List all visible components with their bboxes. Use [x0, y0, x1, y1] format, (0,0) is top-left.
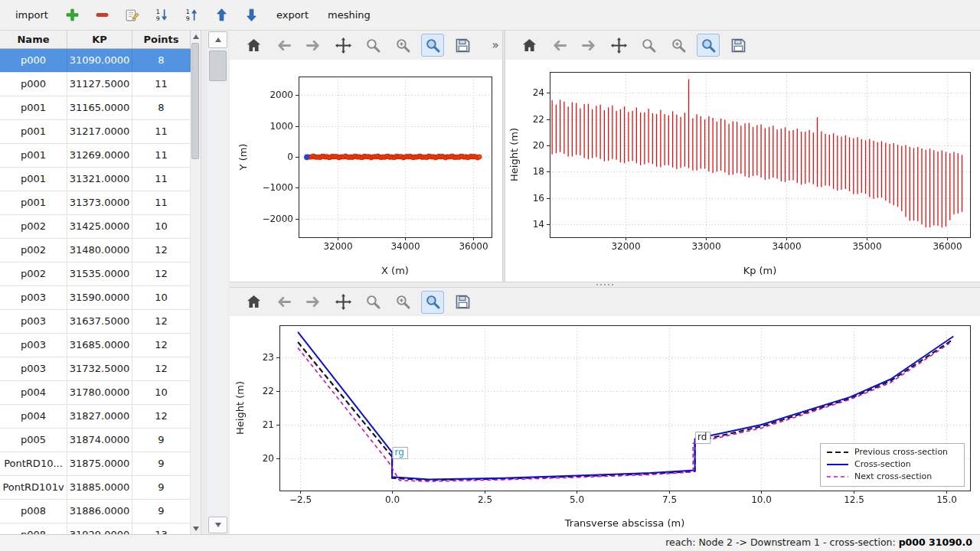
sort-descending-button[interactable]: 19	[152, 5, 172, 26]
save-icon	[454, 37, 472, 54]
table-row[interactable]: p00231480.000012	[0, 239, 191, 262]
plan-pan-button[interactable]	[332, 34, 354, 57]
subplots-icon	[670, 37, 688, 54]
table-cell: 12	[132, 239, 191, 262]
plan-customize-button[interactable]	[421, 34, 444, 57]
column-header-kp[interactable]: KP	[67, 31, 132, 48]
table-cell: 31886.0000	[67, 500, 132, 523]
cross-section-pan-button[interactable]	[332, 291, 354, 314]
table-row[interactable]: p00231535.000012	[0, 262, 191, 286]
sort-ascending-button[interactable]: 19	[182, 5, 202, 26]
panel-scroll-down-button[interactable]	[208, 517, 227, 533]
cross-section-customize-button[interactable]	[421, 291, 444, 314]
pan-icon	[335, 37, 352, 54]
longitudinal-profile-canvas[interactable]	[505, 60, 980, 282]
plan-view-canvas[interactable]	[230, 60, 501, 282]
table-row[interactable]: p00531874.00009	[0, 429, 191, 452]
profile-subplots-button[interactable]	[667, 34, 690, 57]
table-cell: p003	[0, 357, 67, 380]
cross-section-subplots-button[interactable]	[391, 291, 414, 314]
profile-pan-button[interactable]	[607, 34, 630, 57]
table-row[interactable]: p00131321.000011	[0, 168, 191, 191]
status-bar: reach: Node 2 -> Downstream 1 - cross-se…	[0, 534, 980, 551]
table-cell: 13	[132, 523, 191, 534]
plan-home-button[interactable]	[242, 34, 265, 57]
plan-save-button[interactable]	[451, 34, 474, 57]
plan-subplots-button[interactable]	[391, 34, 414, 57]
cross-section-canvas[interactable]	[230, 316, 976, 534]
table-row[interactable]: p00331732.500012	[0, 357, 191, 381]
cross-section-forward-button[interactable]	[302, 291, 325, 314]
table-cell: 31929.0000	[67, 523, 132, 534]
profile-save-button[interactable]	[727, 34, 750, 57]
table-cell: p003	[0, 310, 67, 333]
table-cell: 12	[132, 310, 191, 333]
table-row[interactable]: p00331590.000010	[0, 286, 191, 310]
panel-scrollbar-thumb[interactable]	[209, 51, 227, 81]
cross-section-zoom-button[interactable]	[361, 291, 384, 314]
table-cell: 11	[132, 168, 191, 191]
table-cell: 31827.0000	[67, 405, 132, 428]
move-down-button[interactable]	[242, 5, 262, 26]
export-button[interactable]: export	[272, 5, 313, 26]
panel-scroll-up-button[interactable]	[208, 31, 227, 48]
cross-section-back-button[interactable]	[272, 291, 295, 314]
table-row[interactable]: p00431780.000010	[0, 381, 191, 405]
table-cell: 31780.0000	[67, 381, 132, 404]
forward-icon	[305, 37, 322, 54]
table-row[interactable]: p00131269.000011	[0, 144, 191, 168]
table-row[interactable]: p00131165.00008	[0, 96, 191, 120]
plan-zoom-button[interactable]	[361, 34, 384, 57]
edit-cross-section-button[interactable]	[122, 5, 142, 26]
move-up-button[interactable]	[212, 5, 232, 26]
back-icon	[275, 293, 292, 311]
column-header-name[interactable]: Name	[0, 31, 67, 48]
table-row[interactable]: PontRD101v31885.00009	[0, 476, 191, 500]
import-button[interactable]: import	[11, 5, 53, 26]
profile-customize-button[interactable]	[697, 34, 720, 57]
table-row[interactable]: p00131373.000011	[0, 191, 191, 215]
table-cell: p000	[0, 49, 67, 72]
remove-cross-section-button[interactable]	[93, 5, 113, 26]
cross-section-save-button[interactable]	[451, 291, 474, 314]
table-cell: 31269.0000	[67, 144, 132, 167]
add-cross-section-button[interactable]	[63, 5, 83, 26]
table-row[interactable]: p00831929.000013	[0, 523, 191, 534]
column-header-points[interactable]: Points	[132, 31, 191, 48]
table-row[interactable]: p00031090.00008	[0, 49, 191, 73]
subplots-icon	[394, 293, 412, 311]
table-row[interactable]: PontRD10...31875.00009	[0, 452, 191, 476]
meshing-button[interactable]: meshing	[323, 5, 375, 26]
table-cell: p003	[0, 286, 67, 309]
table-cell: p001	[0, 96, 67, 119]
table-cell: 31885.0000	[67, 476, 132, 499]
table-row[interactable]: p00431827.000012	[0, 405, 191, 429]
scroll-down-button[interactable]	[191, 523, 200, 533]
save-icon	[454, 293, 472, 311]
table-cell: 11	[132, 144, 191, 167]
profile-back-button[interactable]	[547, 34, 570, 57]
plan-back-button[interactable]	[272, 34, 295, 57]
panel-scrollbar[interactable]	[207, 31, 228, 534]
plan-forward-button[interactable]	[302, 34, 325, 57]
profile-zoom-button[interactable]	[637, 34, 660, 57]
table-row[interactable]: p00331685.000012	[0, 334, 191, 357]
cross-section-home-button[interactable]	[242, 291, 265, 314]
table-scrollbar[interactable]	[191, 31, 201, 534]
profile-forward-button[interactable]	[577, 34, 600, 57]
profile-home-button[interactable]	[518, 34, 541, 57]
scroll-up-button[interactable]	[191, 31, 200, 41]
toolbar-overflow-chevron[interactable]: »	[488, 36, 502, 54]
table-row[interactable]: p00831886.00009	[0, 500, 191, 523]
back-icon	[275, 37, 292, 54]
table-row[interactable]: p00331637.500012	[0, 310, 191, 334]
table-cell: PontRD101v	[0, 476, 67, 499]
table-row[interactable]: p00131217.000011	[0, 120, 191, 144]
table-cell: 11	[132, 73, 191, 96]
table-row[interactable]: p00031127.500011	[0, 73, 191, 96]
table-scrollbar-thumb[interactable]	[191, 43, 199, 159]
horizontal-splitter[interactable]	[230, 282, 980, 288]
sort-desc-icon: 19	[154, 7, 170, 23]
table-cell: 31535.0000	[67, 262, 132, 285]
table-row[interactable]: p00231425.000010	[0, 215, 191, 239]
